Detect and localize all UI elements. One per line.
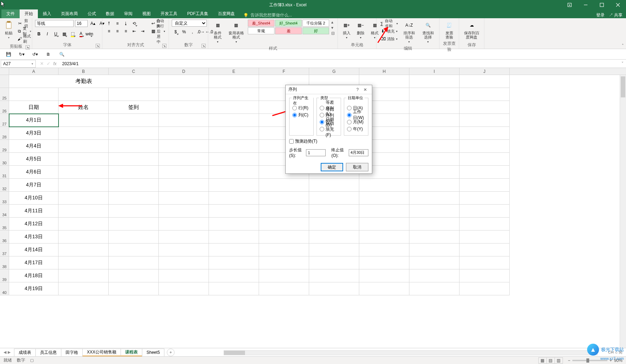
- cell[interactable]: [209, 166, 259, 179]
- dialog-help-button[interactable]: ?: [354, 87, 361, 92]
- row-header[interactable]: 40: [0, 282, 9, 295]
- cell[interactable]: [409, 140, 460, 153]
- cell[interactable]: [159, 256, 209, 269]
- column-header-B[interactable]: B: [59, 68, 109, 75]
- cell[interactable]: 4月6日: [9, 166, 59, 179]
- cell[interactable]: [209, 205, 259, 218]
- tab-baidu[interactable]: 百度网盘: [213, 9, 240, 18]
- font-size-combo[interactable]: [75, 20, 88, 27]
- save-to-baidu-button[interactable]: ☁保存到百度网盘: [462, 20, 481, 40]
- cell[interactable]: [109, 218, 159, 231]
- column-header-J[interactable]: J: [460, 68, 510, 75]
- cell[interactable]: [309, 256, 359, 269]
- styles-more[interactable]: ⊟: [331, 31, 335, 36]
- cell[interactable]: [460, 75, 510, 88]
- cell[interactable]: [59, 153, 109, 166]
- vertical-scrollbar[interactable]: [620, 75, 626, 348]
- cell[interactable]: [409, 282, 460, 295]
- number-format-combo[interactable]: 自定义: [172, 20, 207, 27]
- cell[interactable]: [309, 269, 359, 282]
- select-all-corner[interactable]: [0, 68, 9, 75]
- cell[interactable]: 签到: [109, 101, 159, 114]
- row-header[interactable]: 37: [0, 243, 9, 256]
- column-header-D[interactable]: D: [159, 68, 209, 75]
- cell[interactable]: [460, 192, 510, 205]
- cell-style-bad[interactable]: 差_Sheet4: [248, 20, 274, 27]
- row-header[interactable]: 32: [0, 179, 9, 192]
- cell[interactable]: [109, 88, 159, 101]
- cell[interactable]: [159, 166, 209, 179]
- cell[interactable]: [460, 179, 510, 192]
- cell[interactable]: [409, 231, 460, 243]
- fill-button[interactable]: ⬇填充 ▾: [379, 27, 399, 35]
- cell[interactable]: [159, 101, 209, 114]
- tab-review[interactable]: 审阅: [119, 9, 137, 18]
- cell[interactable]: [159, 205, 209, 218]
- dialog-close-button[interactable]: ✕: [361, 87, 369, 92]
- clipboard-launcher[interactable]: ⬊: [26, 45, 30, 49]
- normal-view-icon[interactable]: ▦: [538, 357, 547, 364]
- sheet-tab[interactable]: 田字格: [61, 349, 83, 356]
- cell[interactable]: 4月13日: [9, 231, 59, 243]
- cell[interactable]: [460, 153, 510, 166]
- cell[interactable]: [309, 205, 359, 218]
- cell[interactable]: [209, 153, 259, 166]
- row-header[interactable]: 29: [0, 140, 9, 153]
- number-launcher[interactable]: ⬊: [202, 44, 206, 48]
- cell[interactable]: 日期: [9, 101, 59, 114]
- close-button[interactable]: [610, 0, 626, 10]
- cell[interactable]: [409, 192, 460, 205]
- cell[interactable]: [159, 218, 209, 231]
- cell[interactable]: [109, 192, 159, 205]
- tab-view[interactable]: 视图: [137, 9, 156, 18]
- row-header[interactable]: 38: [0, 256, 9, 269]
- sheet-nav-next[interactable]: ▶: [8, 350, 11, 355]
- column-header-F[interactable]: F: [259, 68, 309, 75]
- series-in-columns-radio[interactable]: 列(C): [292, 111, 311, 118]
- cell-style-good[interactable]: 好_Sheet4: [275, 20, 302, 27]
- orientation-icon[interactable]: ⟲: [130, 20, 138, 27]
- cell[interactable]: [359, 192, 409, 205]
- cell[interactable]: [409, 179, 460, 192]
- cell[interactable]: [460, 166, 510, 179]
- cell[interactable]: [259, 205, 309, 218]
- align-bottom-icon[interactable]: ⭳: [122, 20, 130, 27]
- cell[interactable]: [309, 192, 359, 205]
- accounting-format-icon[interactable]: $: [172, 28, 179, 36]
- cell[interactable]: [109, 269, 159, 282]
- cell[interactable]: [109, 140, 159, 153]
- cell[interactable]: [460, 101, 510, 114]
- row-header[interactable]: 35: [0, 218, 9, 231]
- format-as-table-button[interactable]: ▦套用表格格式▾: [227, 20, 246, 45]
- cell[interactable]: [259, 218, 309, 231]
- autosum-button[interactable]: ∑自动求和 ▾: [379, 20, 399, 27]
- cell[interactable]: [309, 179, 359, 192]
- tab-insert[interactable]: 插入: [38, 9, 56, 18]
- cell[interactable]: [59, 179, 109, 192]
- column-header-H[interactable]: H: [359, 68, 409, 75]
- cell[interactable]: [359, 282, 409, 295]
- cell[interactable]: [359, 243, 409, 256]
- cell[interactable]: [209, 179, 259, 192]
- redo-icon[interactable]: ↻▾: [18, 50, 26, 59]
- cell[interactable]: [460, 205, 510, 218]
- add-sheet-button[interactable]: +: [167, 349, 175, 356]
- row-header[interactable]: [0, 75, 9, 88]
- cell[interactable]: [409, 153, 460, 166]
- cell[interactable]: [209, 231, 259, 243]
- collapse-ribbon-icon[interactable]: ˄: [622, 43, 624, 48]
- cell[interactable]: [460, 114, 510, 127]
- align-right-icon[interactable]: ≡: [122, 27, 130, 35]
- italic-button[interactable]: I: [43, 30, 51, 38]
- cell[interactable]: 4月11日: [9, 205, 59, 218]
- styles-scroll-down[interactable]: ▾: [331, 25, 335, 30]
- row-header[interactable]: 26: [0, 101, 9, 114]
- phonetic-button[interactable]: wén: [86, 30, 93, 38]
- dialog-cancel-button[interactable]: 取消: [346, 163, 368, 171]
- trend-checkbox[interactable]: 预测趋势(T): [289, 138, 368, 144]
- cell[interactable]: [109, 256, 159, 269]
- cell[interactable]: [59, 114, 109, 127]
- cell[interactable]: [209, 127, 259, 140]
- maximize-button[interactable]: [594, 0, 610, 10]
- cell[interactable]: [159, 192, 209, 205]
